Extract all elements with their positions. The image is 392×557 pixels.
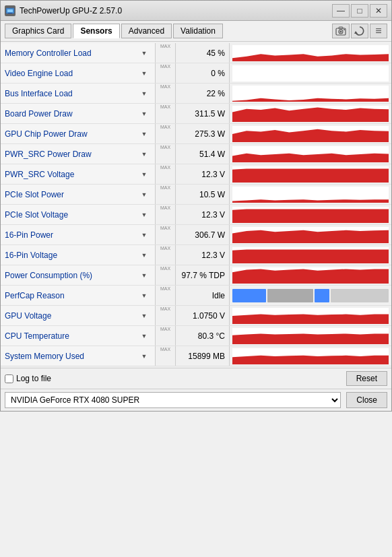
sensor-graph: [230, 326, 391, 346]
sensor-row: System Memory Used▼MAX15899 MB: [1, 346, 391, 366]
svg-point-6: [340, 31, 342, 33]
sensor-label: GPU Voltage: [5, 311, 137, 321]
sensor-dropdown-btn[interactable]: ▼: [137, 245, 151, 265]
sensor-graph: [230, 265, 391, 285]
sensors-list: Memory Controller Load▼MAX45 %Video Engi…: [1, 42, 391, 368]
sensor-value: 45 %: [176, 43, 230, 63]
window-controls: — □ ✕: [332, 4, 387, 18]
sensor-dropdown-btn[interactable]: ▼: [137, 43, 151, 63]
max-label: MAX: [160, 165, 170, 170]
max-label: MAX: [160, 104, 170, 109]
sensor-row: Memory Controller Load▼MAX45 %: [1, 43, 391, 63]
tab-sensors[interactable]: Sensors: [73, 24, 119, 38]
sensor-value: 10.5 W: [176, 185, 230, 204]
sensor-dropdown-btn[interactable]: ▼: [137, 63, 151, 83]
graph-svg: [232, 146, 389, 162]
max-label: MAX: [160, 205, 170, 210]
log-checkbox[interactable]: [5, 374, 13, 383]
graph-svg: [232, 106, 389, 122]
camera-button[interactable]: [332, 24, 350, 38]
graph-svg: [232, 126, 389, 142]
svg-rect-11: [232, 65, 389, 81]
svg-rect-1: [7, 9, 13, 12]
sensor-value: 15899 MB: [176, 346, 230, 366]
sensor-label: 16-Pin Power: [5, 230, 137, 240]
refresh-button[interactable]: [351, 24, 368, 38]
sensor-label: PWR_SRC Power Draw: [5, 150, 137, 159]
sensor-dropdown-btn[interactable]: ▼: [137, 286, 151, 305]
close-button[interactable]: Close: [346, 392, 387, 408]
tab-validation[interactable]: Validation: [173, 24, 223, 38]
sensor-label: PerfCap Reason: [5, 291, 137, 300]
sensor-dropdown-btn[interactable]: ▼: [137, 144, 151, 164]
sensor-value: 311.5 W: [176, 104, 230, 123]
reset-button[interactable]: Reset: [346, 371, 387, 386]
sensor-graph: [230, 144, 391, 164]
sensor-dropdown-btn[interactable]: ▼: [137, 326, 151, 346]
sensor-label: PCIe Slot Power: [5, 190, 137, 199]
sensor-label: Power Consumption (%): [5, 271, 137, 280]
sensor-value: 1.0750 V: [176, 306, 230, 325]
max-label: MAX: [160, 347, 170, 352]
log-checkbox-area: Log to file: [5, 374, 341, 383]
sensor-value: 12.3 V: [176, 164, 230, 184]
sensor-dropdown-btn[interactable]: ▼: [137, 124, 151, 143]
sensor-row: 16-Pin Voltage▼MAX12.3 V: [1, 245, 391, 265]
window-title: TechPowerUp GPU-Z 2.57.0: [20, 6, 332, 15]
max-label: MAX: [160, 226, 170, 230]
sensor-dropdown-btn[interactable]: ▼: [137, 265, 151, 285]
sensor-dropdown-btn[interactable]: ▼: [137, 185, 151, 204]
sensor-dropdown-btn[interactable]: ▼: [137, 225, 151, 244]
max-label: MAX: [160, 145, 170, 150]
menu-button[interactable]: ≡: [370, 24, 387, 38]
sensor-dropdown-btn[interactable]: ▼: [137, 306, 151, 325]
sensor-dropdown-btn[interactable]: ▼: [137, 205, 151, 224]
sensor-row: PCIe Slot Voltage▼MAX12.3 V: [1, 205, 391, 225]
gpu-selector[interactable]: NVIDIA GeForce RTX 4080 SUPER: [5, 392, 341, 408]
sensor-row: Power Consumption (%)▼MAX97.7 % TDP: [1, 265, 391, 286]
sensor-value: 22 %: [176, 84, 230, 103]
tab-graphics-card[interactable]: Graphics Card: [5, 24, 71, 38]
sensor-value: 0 %: [176, 63, 230, 83]
sensor-value: 12.3 V: [176, 245, 230, 265]
sensor-graph: [230, 63, 391, 83]
graph-svg: [232, 65, 389, 81]
sensor-row: PCIe Slot Power▼MAX10.5 W: [1, 185, 391, 205]
sensor-row: Video Engine Load▼MAX0 %: [1, 63, 391, 84]
sensor-dropdown-btn[interactable]: ▼: [137, 84, 151, 103]
nav-bar: Graphics Card Sensors Advanced Validatio…: [1, 21, 391, 42]
log-label[interactable]: Log to file: [16, 374, 51, 383]
tab-advanced[interactable]: Advanced: [121, 24, 172, 38]
graph-svg: [232, 308, 389, 324]
graph-svg: [232, 166, 389, 183]
svg-rect-3: [8, 13, 12, 13]
graph-svg: [232, 207, 389, 223]
sensor-dropdown-btn[interactable]: ▼: [137, 346, 151, 366]
sensor-graph: [230, 164, 391, 184]
graph-svg: [232, 86, 389, 102]
bottom-bar: Log to file Reset: [1, 368, 391, 389]
sensor-value: Idle: [176, 286, 230, 305]
sensor-label: Memory Controller Load: [5, 48, 137, 58]
max-label: MAX: [160, 84, 170, 89]
max-label: MAX: [160, 125, 170, 129]
sensor-row: GPU Chip Power Draw▼MAX275.3 W: [1, 124, 391, 144]
sensor-graph: [230, 225, 391, 244]
sensor-row: Board Power Draw▼MAX311.5 W: [1, 104, 391, 124]
close-window-button[interactable]: ✕: [370, 4, 387, 18]
maximize-button[interactable]: □: [351, 4, 368, 18]
sensor-graph: [230, 346, 391, 366]
sensor-label: Video Engine Load: [5, 69, 137, 78]
main-window: TechPowerUp GPU-Z 2.57.0 — □ ✕ Graphics …: [0, 0, 392, 412]
sensor-dropdown-btn[interactable]: ▼: [137, 104, 151, 123]
sensor-row: CPU Temperature▼MAX80.3 °C: [1, 326, 391, 346]
sensor-row: GPU Voltage▼MAX1.0750 V: [1, 306, 391, 326]
max-label: MAX: [160, 286, 170, 291]
sensor-graph: [230, 185, 391, 204]
svg-marker-9: [354, 31, 358, 34]
sensor-label: System Memory Used: [5, 352, 137, 361]
sensors-scroll-area[interactable]: Memory Controller Load▼MAX45 %Video Engi…: [1, 42, 391, 368]
footer-bar: NVIDIA GeForce RTX 4080 SUPER Close: [1, 389, 391, 411]
sensor-dropdown-btn[interactable]: ▼: [137, 164, 151, 184]
minimize-button[interactable]: —: [332, 4, 350, 18]
